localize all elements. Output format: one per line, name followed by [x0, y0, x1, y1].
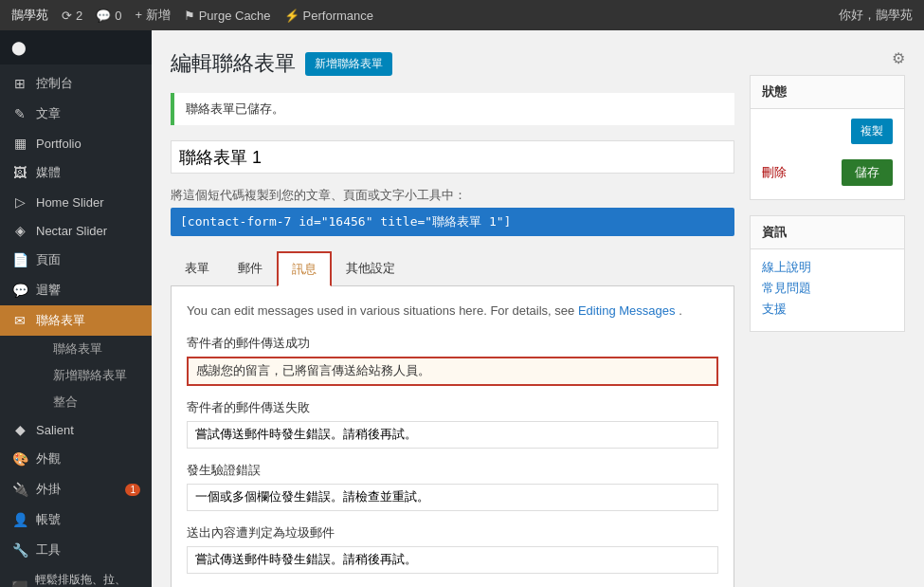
copy-button[interactable]: 複製 — [851, 119, 893, 144]
pages-icon: 📄 — [11, 252, 28, 267]
sidebar-item-pages[interactable]: 📄 頁面 — [0, 245, 152, 275]
adminbar-purge-cache[interactable]: ⚑ Purge Cache — [184, 9, 271, 23]
sidebar-item-label: 帳號 — [36, 511, 61, 528]
page-title: 編輯聯絡表單 — [171, 49, 296, 78]
field-mail-sent-ok: 寄件者的郵件傳送成功 — [187, 335, 718, 386]
info-link-support[interactable]: 支援 — [762, 301, 893, 318]
shortcode-section: 將這個短代碼複製到您的文章、頁面或文字小工具中： [contact-form-7… — [171, 187, 734, 236]
sidebar-item-dashboard[interactable]: ⊞ 控制台 — [0, 68, 152, 99]
contact-form-icon: ✉ — [11, 313, 28, 328]
sidebar-item-tools[interactable]: 🔧 工具 — [0, 535, 152, 565]
sidebar-item-label: 控制台 — [36, 75, 73, 92]
field-spam: 送出內容遭判定為垃圾郵件 — [187, 524, 718, 574]
adminbar-comments[interactable]: 💬 0 — [96, 9, 121, 23]
tools-icon: 🔧 — [11, 542, 28, 558]
sidebar-item-contact-forms[interactable]: ✉ 聯絡表單 — [0, 305, 152, 336]
portfolio-icon: ▦ — [11, 136, 28, 151]
sidebar-sub-forms[interactable]: 聯絡表單 — [27, 336, 152, 362]
appearance-icon: 🎨 — [11, 451, 28, 467]
updates-icon: ⟳ — [62, 9, 72, 23]
sidebar-item-label: 外觀 — [36, 450, 61, 468]
tab-other[interactable]: 其他設定 — [332, 251, 409, 286]
sidebar-item-page-builder[interactable]: ⬛ 輕鬆排版拖、拉、拖！ — [0, 565, 152, 587]
tabs-bar: 表單 郵件 訊息 其他設定 — [171, 251, 734, 286]
sidebar: ⬤ ⊞ 控制台 ✎ 文章 ▦ Portfolio 🖼 媒體 ▷ Home Sli… — [0, 30, 152, 587]
field-label-validation-error: 發生驗證錯誤 — [187, 462, 718, 479]
status-box: 狀態 複製 刪除 儲存 — [750, 75, 905, 200]
field-input-mail-sent-ng[interactable] — [187, 421, 718, 449]
form-name-input[interactable] — [171, 140, 734, 174]
sidebar-item-comments[interactable]: 💬 迴響 — [0, 275, 152, 305]
wp-logo: ⬤ — [11, 40, 27, 55]
sidebar-item-portfolio[interactable]: ▦ Portfolio — [0, 129, 152, 157]
field-input-spam[interactable] — [187, 546, 718, 574]
adminbar-updates[interactable]: ⟳ 2 — [62, 9, 82, 23]
sidebar-item-label: 工具 — [36, 541, 61, 559]
sidebar-sub-new-form[interactable]: 新增聯絡表單 — [27, 362, 152, 389]
sidebar-item-label: Nectar Slider — [36, 224, 107, 238]
sidebar-item-posts[interactable]: ✎ 文章 — [0, 99, 152, 129]
adminbar-site[interactable]: 鵲學苑 — [11, 7, 48, 24]
sidebar-item-plugins[interactable]: 🔌 外掛 1 — [0, 474, 152, 504]
gear-button[interactable]: ⚙ — [892, 49, 905, 67]
save-button[interactable]: 儲存 — [842, 159, 893, 186]
field-validation-error: 發生驗證錯誤 — [187, 462, 718, 511]
field-label-spam: 送出內容遭判定為垃圾郵件 — [187, 524, 718, 541]
field-input-validation-error[interactable] — [187, 484, 718, 511]
tab-form[interactable]: 表單 — [171, 251, 224, 286]
tab-mail[interactable]: 郵件 — [224, 251, 277, 286]
tab-content-messages: You can edit messages used in various si… — [171, 286, 734, 587]
comments-icon: 💬 — [96, 9, 111, 23]
sidebar-item-label: Portfolio — [36, 137, 82, 151]
sidebar-item-label: 頁面 — [36, 251, 61, 268]
media-icon: 🖼 — [11, 165, 28, 180]
tab-description: You can edit messages used in various si… — [187, 302, 718, 321]
shortcode-label: 將這個短代碼複製到您的文章、頁面或文字小工具中： — [171, 187, 734, 204]
nectar-slider-icon: ◈ — [11, 223, 28, 238]
plugins-badge: 1 — [125, 484, 140, 496]
right-sidebar: ⚙ 狀態 複製 刪除 儲存 — [734, 49, 905, 587]
sidebar-item-label: 媒體 — [36, 164, 61, 181]
sidebar-sub-integration[interactable]: 整合 — [27, 389, 152, 415]
status-box-body: 複製 刪除 儲存 — [751, 109, 904, 199]
sidebar-item-appearance[interactable]: 🎨 外觀 — [0, 444, 152, 474]
sidebar-item-users[interactable]: 👤 帳號 — [0, 504, 152, 535]
sidebar-item-label: 文章 — [36, 105, 61, 122]
sidebar-item-label: Salient — [36, 423, 74, 437]
tab-messages[interactable]: 訊息 — [277, 251, 332, 286]
sidebar-item-home-slider[interactable]: ▷ Home Slider — [0, 188, 152, 216]
sidebar-item-media[interactable]: 🖼 媒體 — [0, 157, 152, 188]
status-delete-row: 刪除 儲存 — [762, 156, 893, 190]
editing-messages-link[interactable]: Editing Messages — [578, 303, 676, 318]
page-builder-icon: ⬛ — [11, 580, 27, 587]
plugins-icon: 🔌 — [11, 482, 28, 497]
performance-icon: ⚡ — [284, 9, 299, 23]
users-icon: 👤 — [11, 512, 28, 527]
field-label-mail-sent-ng: 寄件者的郵件傳送失敗 — [187, 399, 718, 416]
shortcode-box[interactable]: [contact-form-7 id="16456" title="聯絡表單 1… — [171, 208, 734, 236]
sidebar-item-label: 迴響 — [36, 282, 61, 299]
info-box-title: 資訊 — [751, 216, 904, 249]
adminbar-greeting: 你好，鵲學苑 — [839, 7, 913, 24]
adminbar-performance[interactable]: ⚡ Performance — [284, 9, 373, 23]
sidebar-item-label: 聯絡表單 — [36, 312, 85, 329]
purge-icon: ⚑ — [184, 9, 195, 23]
dashboard-icon: ⊞ — [11, 76, 28, 91]
info-link-faq[interactable]: 常見問題 — [762, 280, 893, 297]
posts-icon: ✎ — [11, 106, 28, 121]
main-content-area: 編輯聯絡表單 新增聯絡表單 聯絡表單已儲存。 將這個短代碼複製到您的文章、頁面或… — [152, 30, 924, 587]
info-box-body: 線上說明 常見問題 支援 — [751, 249, 904, 331]
new-form-button[interactable]: 新增聯絡表單 — [305, 52, 392, 76]
delete-button[interactable]: 刪除 — [762, 164, 787, 181]
sidebar-item-label: Home Slider — [36, 195, 104, 210]
sidebar-item-label: 輕鬆排版拖、拉、拖！ — [35, 572, 140, 587]
adminbar-new[interactable]: + 新增 — [135, 7, 170, 24]
sidebar-item-label: 外掛 — [36, 481, 61, 498]
sidebar-item-salient[interactable]: ◆ Salient — [0, 415, 152, 444]
info-box: 資訊 線上說明 常見問題 支援 — [750, 215, 905, 332]
sidebar-item-nectar-slider[interactable]: ◈ Nectar Slider — [0, 216, 152, 245]
home-slider-icon: ▷ — [11, 194, 28, 210]
comments-nav-icon: 💬 — [11, 283, 28, 298]
info-link-docs[interactable]: 線上說明 — [762, 259, 893, 276]
field-input-mail-sent-ok[interactable] — [187, 357, 718, 386]
